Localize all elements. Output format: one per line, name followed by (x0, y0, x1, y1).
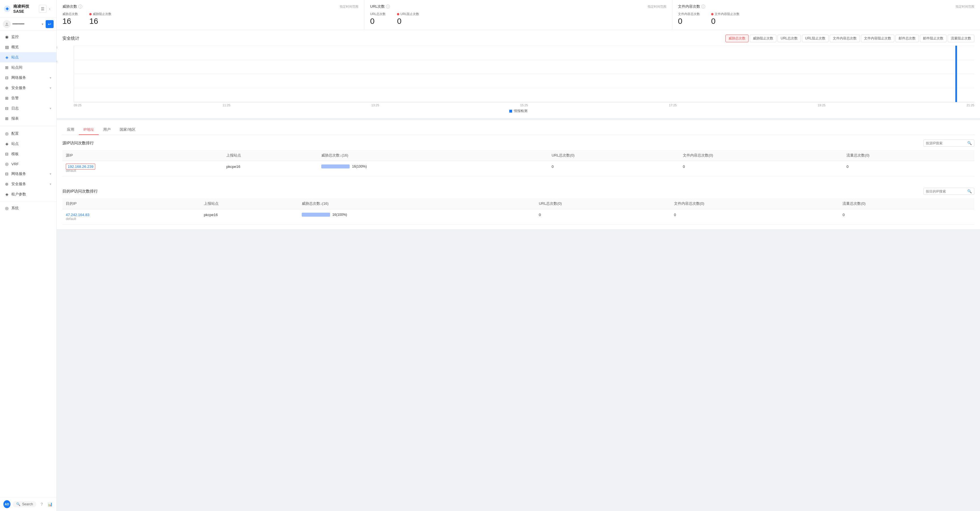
metric-url-info-icon[interactable]: i (386, 5, 390, 8)
user-bar: ▼ ↩ (0, 18, 56, 30)
sidebar-item-label: 概览 (11, 45, 19, 49)
sidebar-item-network-service[interactable]: ⊟ 网络服务 ▼ (0, 73, 56, 83)
sidebar-item-system[interactable]: ◎ 系统 (0, 203, 56, 213)
search-icon: 🔍 (967, 189, 972, 193)
nav-divider (0, 126, 56, 126)
dest-ip-search-input[interactable] (926, 189, 966, 193)
sidebar-item-report[interactable]: ⊞ 报表 (0, 113, 56, 124)
sidebar-item-config[interactable]: ◎ 配置 (0, 129, 56, 138)
source-ip-table-section: 源IP访问次数排行 🔍 源IP 上报站点 威胁总次数↓(16) URL总次数(0… (57, 135, 980, 181)
sidebar-item-config-site[interactable]: ◈ 站点 (0, 138, 56, 149)
user-action-button[interactable]: ↩ (46, 20, 54, 28)
sidebar-item-log[interactable]: ⊟ 日志 ▼ (0, 103, 56, 113)
user-avatar-icon (3, 20, 11, 28)
user-name-input[interactable] (13, 22, 40, 26)
chevron-down-icon: ▼ (49, 107, 52, 110)
config-icon: ◎ (5, 131, 9, 136)
col-url-total: URL总次数(0) (548, 150, 679, 161)
sidebar-item-label: 模板 (11, 151, 19, 156)
nav-divider2 (0, 202, 56, 202)
vrf-icon: ◎ (5, 162, 9, 166)
chart-x-labels: 09:25 11:25 13:25 15:25 17:25 19:25 21:2… (74, 102, 974, 107)
dest-ip-table-title: 目的IP访问次数排行 (62, 189, 98, 194)
source-ip-cell: 192.168.26.239 default (62, 161, 223, 177)
sidebar-item-overview[interactable]: ▤ 概览 (0, 42, 56, 52)
sidebar-item-security-service[interactable]: ⊛ 安全服务 ▼ (0, 83, 56, 93)
source-ip-search-box[interactable]: 🔍 (923, 140, 974, 146)
nav-monitor-section: ◉ 监控 ▤ 概览 ◈ 站点 ⊞ 站点间 ⊟ 网络服务 ▼ ⊛ 安全服务 ▼ ⊞… (0, 30, 56, 125)
progress-fill (302, 213, 330, 216)
network-service-icon: ⊟ (5, 75, 9, 80)
col-threat-total: 威胁总次数↓(16) (298, 198, 535, 209)
user-avatar[interactable]: AD (3, 500, 11, 508)
sidebar-item-network-service2[interactable]: ⊟ 网络服务 ▼ (0, 169, 56, 179)
metric-threat: 威胁次数 i 指定时间范围 威胁总次数 16 威胁阻止次数 16 (57, 0, 364, 30)
chart-tab-mail-total[interactable]: 邮件总次数 (896, 35, 919, 42)
chart-tab-file-blocked[interactable]: 文件内容阻止次数 (861, 35, 894, 42)
alert-icon: ⊞ (5, 96, 9, 100)
dest-traffic-cell: 0 (839, 209, 974, 224)
stats-icon[interactable]: 📊 (47, 501, 53, 508)
user-dropdown-arrow-icon: ▼ (41, 23, 44, 26)
chart-tab-traffic-blocked[interactable]: 流量阻止次数 (948, 35, 974, 42)
sidebar-item-template[interactable]: ⊟ 模板 (0, 149, 56, 159)
sidebar-item-vrf[interactable]: ◎ VRF (0, 159, 56, 169)
metric-threat-info-icon[interactable]: i (78, 5, 82, 8)
table-row: 192.168.26.239 default pkcpe16 16(100%) (62, 161, 974, 177)
metric-filecontent-info-icon[interactable]: i (701, 5, 705, 8)
sidebar-item-security-service2[interactable]: ⊛ 安全服务 ▼ (0, 179, 56, 189)
sidebar-item-label: 告警 (11, 96, 19, 101)
sidebar-item-alert[interactable]: ⊞ 告警 (0, 93, 56, 103)
sidebar-item-site[interactable]: ◈ 站点 (0, 52, 56, 62)
chart-tab-url-blocked[interactable]: URL阻止次数 (802, 35, 829, 42)
help-icon[interactable]: ? (38, 501, 45, 508)
chart-legend: 情报检测 (62, 108, 974, 113)
sidebar-collapse-button[interactable]: ‹ (46, 5, 53, 12)
threat-count-text: 16(100%) (352, 164, 367, 169)
sidebar-item-label: 站点间 (11, 65, 22, 70)
dest-ip-search-box[interactable]: 🔍 (923, 188, 974, 195)
sidebar-item-label: 监控 (11, 34, 19, 40)
nav-tabs: 应用 IP地址 用户 国家/地区 (62, 125, 974, 135)
source-threat-cell: 16(100%) (318, 161, 548, 177)
log-icon: ⊟ (5, 106, 9, 111)
chart-tab-file-total[interactable]: 文件内容总次数 (830, 35, 860, 42)
sidebar-item-site-link[interactable]: ⊞ 站点间 (0, 62, 56, 73)
progress-fill (321, 164, 350, 169)
tabs-and-tables: 应用 IP地址 用户 国家/地区 源IP访问次数排行 🔍 源IP 上报站点 (57, 120, 980, 229)
chart-tab-threat-blocked[interactable]: 威胁阻止次数 (750, 35, 776, 42)
tab-app[interactable]: 应用 (62, 125, 79, 135)
source-ip-search-input[interactable] (926, 141, 966, 145)
chevron-down-icon: ▼ (49, 172, 52, 175)
chart-tab-threat-total[interactable]: 威胁总次数 (725, 35, 749, 42)
global-search-button[interactable]: 🔍 Search (13, 501, 36, 507)
metric-threat-blocked: 威胁阻止次数 16 (89, 12, 111, 25)
sidebar-bottom: AD 🔍 Search ? 📊 (0, 497, 56, 511)
template-icon: ⊟ (5, 152, 9, 156)
dest-ip-table-header-row: 目的IP访问次数排行 🔍 (62, 188, 974, 195)
tab-ip[interactable]: IP地址 (79, 125, 99, 135)
chart-title: 安全统计 (62, 36, 80, 41)
site-link-icon: ⊞ (5, 65, 9, 70)
chart-tab-mail-blocked[interactable]: 邮件阻止次数 (920, 35, 947, 42)
metric-filecontent-total: 文件内容总次数 0 (678, 12, 700, 25)
tab-region[interactable]: 国家/地区 (115, 125, 140, 135)
dest-ip-cell: 47.242.164.83 default (62, 209, 200, 224)
threat-count-text: 16(100%) (332, 213, 347, 216)
chart-tab-url-total[interactable]: URL总次数 (778, 35, 801, 42)
tab-user[interactable]: 用户 (99, 125, 115, 135)
sidebar-item-monitor[interactable]: ◉ 监控 (0, 32, 56, 42)
sidebar-item-tenant-params[interactable]: ◈ 租户参数 (0, 189, 56, 199)
col-file-total: 文件内容总次数(0) (671, 198, 839, 209)
brand-name: 南凌科技SASE (13, 4, 39, 14)
dest-file-cell: 0 (671, 209, 839, 224)
dest-ip-link[interactable]: 47.242.164.83 (66, 213, 89, 217)
report-icon: ⊞ (5, 116, 9, 121)
menu-toggle-button[interactable]: ☰ (39, 5, 46, 13)
security-service-icon: ⊛ (5, 86, 9, 90)
security-service2-icon: ⊛ (5, 182, 9, 186)
legend-dot-icon (509, 110, 512, 113)
logo-area: 南凌科技SASE (3, 4, 39, 14)
chevron-down-icon: ▼ (49, 86, 52, 90)
metric-filecontent-blocked: 文件内容阻止次数 0 (711, 12, 740, 25)
